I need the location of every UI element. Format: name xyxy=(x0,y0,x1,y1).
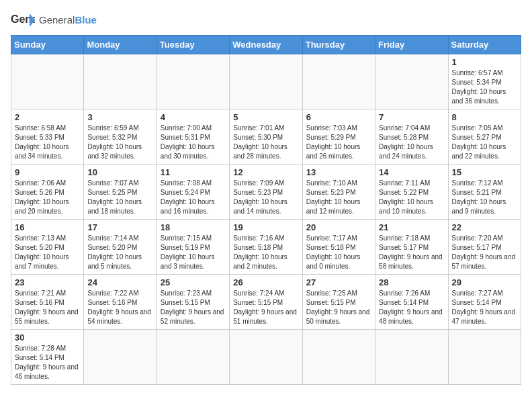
day-info: Sunrise: 7:26 AM Sunset: 5:14 PM Dayligh… xyxy=(379,289,444,326)
day-info: Sunrise: 6:59 AM Sunset: 5:32 PM Dayligh… xyxy=(87,124,152,161)
day-cell: 7Sunrise: 7:04 AM Sunset: 5:28 PM Daylig… xyxy=(375,109,448,165)
week-row-6: 30Sunrise: 7:28 AM Sunset: 5:14 PM Dayli… xyxy=(11,330,521,385)
day-cell: 14Sunrise: 7:11 AM Sunset: 5:22 PM Dayli… xyxy=(375,165,448,220)
day-cell: 13Sunrise: 7:10 AM Sunset: 5:23 PM Dayli… xyxy=(302,165,375,220)
week-row-2: 2Sunrise: 6:58 AM Sunset: 5:33 PM Daylig… xyxy=(11,109,521,165)
day-info: Sunrise: 7:23 AM Sunset: 5:15 PM Dayligh… xyxy=(161,289,226,326)
day-number: 1 xyxy=(452,57,517,67)
day-cell: 11Sunrise: 7:08 AM Sunset: 5:24 PM Dayli… xyxy=(157,165,229,220)
day-number: 21 xyxy=(379,222,444,232)
day-cell: 17Sunrise: 7:14 AM Sunset: 5:20 PM Dayli… xyxy=(84,220,157,275)
day-info: Sunrise: 7:07 AM Sunset: 5:25 PM Dayligh… xyxy=(87,179,152,216)
day-cell: 6Sunrise: 7:03 AM Sunset: 5:29 PM Daylig… xyxy=(302,109,375,165)
weekday-monday: Monday xyxy=(84,36,157,54)
day-info: Sunrise: 7:15 AM Sunset: 5:19 PM Dayligh… xyxy=(161,234,226,271)
day-info: Sunrise: 7:00 AM Sunset: 5:31 PM Dayligh… xyxy=(161,124,226,161)
header: General GeneralBlue xyxy=(11,11,521,30)
day-number: 12 xyxy=(233,167,298,177)
day-number: 16 xyxy=(15,222,80,232)
day-info: Sunrise: 7:18 AM Sunset: 5:17 PM Dayligh… xyxy=(379,234,444,271)
day-number: 15 xyxy=(452,167,517,177)
day-number: 24 xyxy=(87,277,152,287)
day-number: 4 xyxy=(161,112,226,122)
day-cell xyxy=(11,54,84,109)
day-cell: 5Sunrise: 7:01 AM Sunset: 5:30 PM Daylig… xyxy=(230,109,302,165)
day-cell: 10Sunrise: 7:07 AM Sunset: 5:25 PM Dayli… xyxy=(84,165,157,220)
logo-text: GeneralBlue xyxy=(39,15,97,26)
day-number: 19 xyxy=(233,222,298,232)
day-number: 7 xyxy=(379,112,444,122)
weekday-wednesday: Wednesday xyxy=(230,36,302,54)
day-number: 13 xyxy=(306,167,371,177)
day-info: Sunrise: 7:24 AM Sunset: 5:15 PM Dayligh… xyxy=(233,289,298,326)
day-cell xyxy=(157,54,229,109)
day-number: 23 xyxy=(15,277,80,287)
day-cell xyxy=(302,54,375,109)
day-number: 6 xyxy=(306,112,371,122)
day-cell: 28Sunrise: 7:26 AM Sunset: 5:14 PM Dayli… xyxy=(375,275,448,330)
day-number: 20 xyxy=(306,222,371,232)
day-cell xyxy=(84,330,157,385)
day-number: 14 xyxy=(379,167,444,177)
day-cell: 23Sunrise: 7:21 AM Sunset: 5:16 PM Dayli… xyxy=(11,275,84,330)
day-info: Sunrise: 7:27 AM Sunset: 5:14 PM Dayligh… xyxy=(452,289,517,326)
day-info: Sunrise: 6:57 AM Sunset: 5:34 PM Dayligh… xyxy=(452,68,517,106)
day-cell: 27Sunrise: 7:25 AM Sunset: 5:15 PM Dayli… xyxy=(302,275,375,330)
day-cell: 16Sunrise: 7:13 AM Sunset: 5:20 PM Dayli… xyxy=(11,220,84,275)
day-info: Sunrise: 7:12 AM Sunset: 5:21 PM Dayligh… xyxy=(452,179,517,216)
day-info: Sunrise: 7:06 AM Sunset: 5:26 PM Dayligh… xyxy=(15,179,80,216)
day-cell xyxy=(448,330,521,385)
day-info: Sunrise: 7:14 AM Sunset: 5:20 PM Dayligh… xyxy=(87,234,152,271)
day-cell: 4Sunrise: 7:00 AM Sunset: 5:31 PM Daylig… xyxy=(157,109,229,165)
day-number: 25 xyxy=(161,277,226,287)
day-number: 9 xyxy=(15,167,80,177)
day-cell xyxy=(302,330,375,385)
weekday-saturday: Saturday xyxy=(448,36,521,54)
day-cell: 15Sunrise: 7:12 AM Sunset: 5:21 PM Dayli… xyxy=(448,165,521,220)
day-number: 22 xyxy=(452,222,517,232)
day-number: 17 xyxy=(87,222,152,232)
day-cell: 25Sunrise: 7:23 AM Sunset: 5:15 PM Dayli… xyxy=(157,275,229,330)
weekday-sunday: Sunday xyxy=(11,36,84,54)
day-info: Sunrise: 7:17 AM Sunset: 5:18 PM Dayligh… xyxy=(306,234,371,271)
day-cell: 19Sunrise: 7:16 AM Sunset: 5:18 PM Dayli… xyxy=(230,220,302,275)
day-number: 26 xyxy=(233,277,298,287)
day-number: 18 xyxy=(161,222,226,232)
day-info: Sunrise: 7:11 AM Sunset: 5:22 PM Dayligh… xyxy=(379,179,444,216)
day-cell xyxy=(84,54,157,109)
day-info: Sunrise: 7:01 AM Sunset: 5:30 PM Dayligh… xyxy=(233,124,298,161)
week-row-4: 16Sunrise: 7:13 AM Sunset: 5:20 PM Dayli… xyxy=(11,220,521,275)
day-info: Sunrise: 7:08 AM Sunset: 5:24 PM Dayligh… xyxy=(161,179,226,216)
week-row-5: 23Sunrise: 7:21 AM Sunset: 5:16 PM Dayli… xyxy=(11,275,521,330)
day-number: 10 xyxy=(87,167,152,177)
day-cell: 20Sunrise: 7:17 AM Sunset: 5:18 PM Dayli… xyxy=(302,220,375,275)
day-info: Sunrise: 7:04 AM Sunset: 5:28 PM Dayligh… xyxy=(379,124,444,161)
day-number: 11 xyxy=(161,167,226,177)
day-cell xyxy=(157,330,229,385)
day-cell: 24Sunrise: 7:22 AM Sunset: 5:16 PM Dayli… xyxy=(84,275,157,330)
day-cell: 9Sunrise: 7:06 AM Sunset: 5:26 PM Daylig… xyxy=(11,165,84,220)
day-cell xyxy=(375,54,448,109)
day-number: 30 xyxy=(15,332,80,342)
day-info: Sunrise: 7:10 AM Sunset: 5:23 PM Dayligh… xyxy=(306,179,371,216)
day-info: Sunrise: 7:09 AM Sunset: 5:23 PM Dayligh… xyxy=(233,179,298,216)
day-info: Sunrise: 7:22 AM Sunset: 5:16 PM Dayligh… xyxy=(87,289,152,326)
day-cell: 2Sunrise: 6:58 AM Sunset: 5:33 PM Daylig… xyxy=(11,109,84,165)
day-cell: 18Sunrise: 7:15 AM Sunset: 5:19 PM Dayli… xyxy=(157,220,229,275)
week-row-3: 9Sunrise: 7:06 AM Sunset: 5:26 PM Daylig… xyxy=(11,165,521,220)
day-cell: 3Sunrise: 6:59 AM Sunset: 5:32 PM Daylig… xyxy=(84,109,157,165)
day-number: 5 xyxy=(233,112,298,122)
day-cell: 8Sunrise: 7:05 AM Sunset: 5:27 PM Daylig… xyxy=(448,109,521,165)
day-cell: 21Sunrise: 7:18 AM Sunset: 5:17 PM Dayli… xyxy=(375,220,448,275)
day-number: 27 xyxy=(306,277,371,287)
day-info: Sunrise: 7:13 AM Sunset: 5:20 PM Dayligh… xyxy=(15,234,80,271)
day-number: 3 xyxy=(87,112,152,122)
day-cell: 22Sunrise: 7:20 AM Sunset: 5:17 PM Dayli… xyxy=(448,220,521,275)
day-cell: 12Sunrise: 7:09 AM Sunset: 5:23 PM Dayli… xyxy=(230,165,302,220)
week-row-1: 1Sunrise: 6:57 AM Sunset: 5:34 PM Daylig… xyxy=(11,54,521,109)
weekday-tuesday: Tuesday xyxy=(157,36,229,54)
day-cell: 1Sunrise: 6:57 AM Sunset: 5:34 PM Daylig… xyxy=(448,54,521,109)
day-cell: 30Sunrise: 7:28 AM Sunset: 5:14 PM Dayli… xyxy=(11,330,84,385)
weekday-header-row: SundayMondayTuesdayWednesdayThursdayFrid… xyxy=(11,36,521,54)
weekday-thursday: Thursday xyxy=(302,36,375,54)
